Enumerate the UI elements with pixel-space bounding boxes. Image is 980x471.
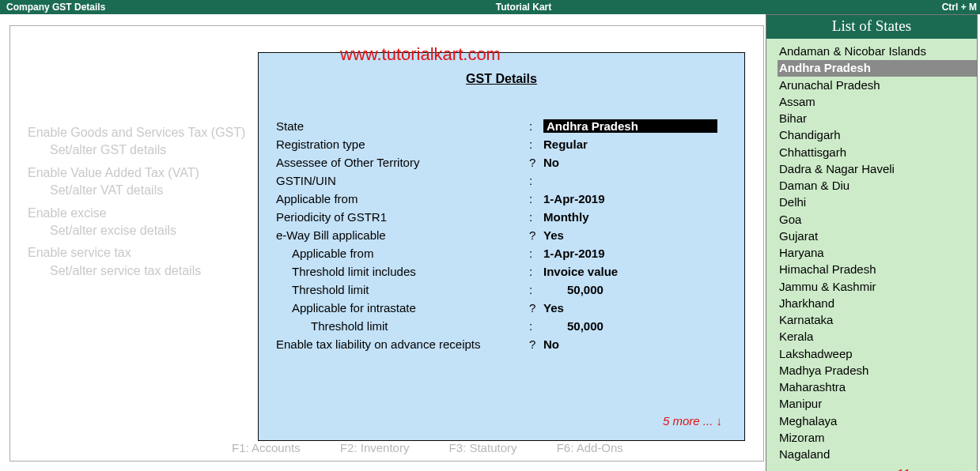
- states-more-link[interactable]: 11 more ... ↓: [897, 466, 963, 471]
- screen-title: Company GST Details: [0, 2, 105, 13]
- state-item[interactable]: Madhya Pradesh: [778, 363, 977, 379]
- intra-value[interactable]: Yes: [543, 301, 564, 315]
- state-item[interactable]: Jammu & Kashmir: [778, 279, 977, 295]
- row-intrastate: Applicable for intrastate ? Yes: [276, 301, 727, 315]
- title-bar: Company GST Details Tutorial Kart Ctrl +…: [0, 0, 980, 14]
- state-item[interactable]: Lakshadweep: [778, 346, 977, 362]
- shortcut-hint: Ctrl + M: [942, 2, 980, 13]
- opt-setalter-servicetax: Set/alter service tax details: [28, 262, 245, 280]
- opt-setalter-gst: Set/alter GST details: [28, 141, 245, 159]
- workspace: Tutorial Kart Enable Goods and Services …: [0, 14, 980, 471]
- period-value[interactable]: Monthly: [543, 210, 589, 224]
- assessee-label: Assessee of Other Territory: [276, 156, 529, 169]
- row-threshold-limit: Threshold limit : 50,000: [276, 283, 727, 296]
- opt-enable-servicetax: Enable service tax: [28, 244, 245, 262]
- company-name: Tutorial Kart: [105, 2, 941, 13]
- row-eway-from: Applicable from : 1-Apr-2019: [276, 247, 727, 260]
- state-item[interactable]: Kerala: [778, 329, 977, 345]
- eway-from-label: Applicable from: [276, 247, 529, 260]
- period-label: Periodicity of GSTR1: [276, 210, 529, 224]
- row-periodicity: Periodicity of GSTR1 : Monthly: [276, 210, 727, 224]
- thresh-incl-label: Threshold limit includes: [276, 265, 529, 278]
- footer-buttons: F1: Accounts F2: Inventory F3: Statutory…: [232, 441, 660, 454]
- row-applicable-from: Applicable from : 1-Apr-2019: [276, 192, 727, 205]
- intra-thresh-label: Threshold limit: [276, 319, 529, 333]
- state-item[interactable]: Arunachal Pradesh: [778, 77, 977, 93]
- row-threshold-includes: Threshold limit includes : Invoice value: [276, 265, 727, 278]
- state-item[interactable]: Meghalaya: [778, 413, 977, 429]
- eway-from-value[interactable]: 1-Apr-2019: [543, 247, 605, 260]
- states-title: List of States: [766, 15, 977, 39]
- state-item[interactable]: Assam: [778, 94, 977, 110]
- f6-addons[interactable]: F6: Add-Ons: [557, 441, 623, 454]
- state-item[interactable]: Goa: [778, 212, 977, 228]
- state-item[interactable]: Mizoram: [778, 430, 977, 446]
- state-item[interactable]: Gujarat: [778, 228, 977, 244]
- row-state: State : Andhra Pradesh: [276, 119, 727, 133]
- state-item[interactable]: Jharkhand: [778, 296, 977, 311]
- f1-accounts[interactable]: F1: Accounts: [232, 441, 301, 454]
- state-item[interactable]: Haryana: [778, 245, 977, 261]
- intra-label: Applicable for intrastate: [276, 301, 529, 315]
- states-list: Andaman & Nicobar IslandsAndhra PradeshA…: [766, 39, 977, 462]
- row-tax-liability: Enable tax liability on advance receipts…: [276, 337, 727, 351]
- dialog-more-link[interactable]: 5 more ... ↓: [663, 414, 722, 428]
- row-intra-threshold: Threshold limit : 50,000: [276, 319, 727, 333]
- opt-enable-vat: Enable Value Added Tax (VAT): [28, 164, 245, 182]
- taxliab-value[interactable]: No: [543, 337, 559, 351]
- state-item[interactable]: Himachal Pradesh: [778, 262, 977, 277]
- state-item[interactable]: Maharashtra: [778, 379, 977, 395]
- state-item[interactable]: Chhattisgarh: [778, 145, 977, 160]
- state-item[interactable]: Andaman & Nicobar Islands: [778, 43, 977, 59]
- applfrom-label: Applicable from: [276, 192, 529, 205]
- state-item[interactable]: Nagaland: [778, 447, 977, 462]
- state-item[interactable]: Daman & Diu: [778, 178, 977, 194]
- state-item[interactable]: Delhi: [778, 194, 977, 210]
- applfrom-value[interactable]: 1-Apr-2019: [543, 192, 605, 205]
- assessee-value[interactable]: No: [543, 156, 559, 169]
- state-item[interactable]: Andhra Pradesh: [778, 60, 977, 76]
- row-assessee: Assessee of Other Territory ? No: [276, 156, 727, 169]
- eway-value[interactable]: Yes: [543, 228, 564, 242]
- intra-thresh-value[interactable]: 50,000: [543, 319, 604, 333]
- watermark-url: www.tutorialkart.com: [340, 44, 501, 65]
- opt-enable-excise: Enable excise: [28, 205, 245, 222]
- opt-setalter-vat: Set/alter VAT details: [28, 182, 245, 199]
- row-eway: e-Way Bill applicable ? Yes: [276, 228, 727, 242]
- state-item[interactable]: Bihar: [778, 111, 977, 126]
- regtype-label: Registration type: [276, 138, 529, 151]
- state-item[interactable]: Dadra & Nagar Haveli: [778, 161, 977, 177]
- opt-enable-gst: Enable Goods and Services Tax (GST): [28, 124, 245, 141]
- background-options: Enable Goods and Services Tax (GST) Set/…: [28, 121, 245, 284]
- regtype-value[interactable]: Regular: [543, 138, 588, 151]
- gst-details-dialog: GST Details State : Andhra Pradesh Regis…: [258, 52, 745, 441]
- f2-inventory[interactable]: F2: Inventory: [340, 441, 410, 454]
- state-item[interactable]: Manipur: [778, 396, 977, 412]
- opt-setalter-excise: Set/alter excise details: [28, 222, 245, 239]
- dialog-title: GST Details: [276, 72, 727, 86]
- thresh-limit-value[interactable]: 50,000: [543, 283, 604, 296]
- taxliab-label: Enable tax liability on advance receipts: [276, 337, 529, 351]
- states-panel: List of States Andaman & Nicobar Islands…: [766, 14, 978, 471]
- row-regtype: Registration type : Regular: [276, 138, 727, 151]
- gstin-label: GSTIN/UIN: [276, 174, 529, 187]
- state-item[interactable]: Karnataka: [778, 312, 977, 328]
- thresh-incl-value[interactable]: Invoice value: [543, 265, 618, 278]
- eway-label: e-Way Bill applicable: [276, 228, 529, 242]
- state-item[interactable]: Chandigarh: [778, 127, 977, 143]
- state-label: State: [276, 119, 529, 133]
- row-gstin: GSTIN/UIN :: [276, 174, 727, 187]
- thresh-limit-label: Threshold limit: [276, 283, 529, 296]
- f3-statutory[interactable]: F3: Statutory: [449, 441, 517, 454]
- state-value[interactable]: Andhra Pradesh: [543, 119, 717, 133]
